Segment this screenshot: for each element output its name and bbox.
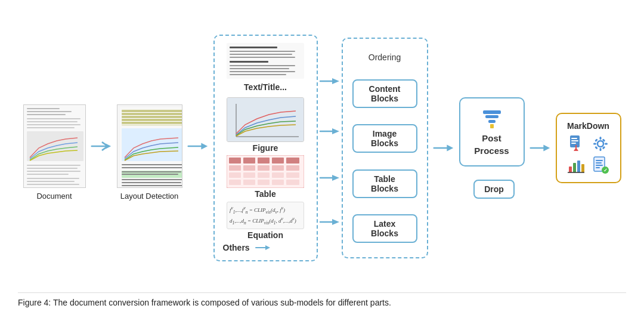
markdown-box: MarkDown <box>556 113 621 183</box>
svg-rect-7 <box>27 127 75 128</box>
drop-box: Drop <box>473 180 515 199</box>
svg-rect-20 <box>122 113 182 115</box>
center-text-title-label: Text/Title... <box>244 80 287 94</box>
figure-caption: Figure 4: The document conversion framew… <box>18 292 626 309</box>
svg-rect-42 <box>230 68 289 69</box>
svg-rect-21 <box>122 116 182 118</box>
svg-rect-97 <box>577 161 580 172</box>
svg-rect-87 <box>600 137 602 140</box>
svg-rect-58 <box>286 165 299 171</box>
svg-rect-60 <box>243 172 255 178</box>
svg-rect-1 <box>27 108 60 109</box>
svg-rect-61 <box>258 172 270 178</box>
svg-rect-62 <box>272 172 284 178</box>
svg-rect-52 <box>272 158 284 164</box>
arrow-1 <box>91 139 112 153</box>
svg-rect-38 <box>230 54 292 55</box>
center-table-label: Table <box>255 189 276 199</box>
svg-rect-14 <box>27 181 75 182</box>
arrow-3 <box>433 141 454 155</box>
svg-rect-102 <box>596 162 602 164</box>
figure-image <box>227 97 304 142</box>
svg-rect-45 <box>227 98 304 142</box>
svg-rect-56 <box>258 165 270 171</box>
svg-rect-63 <box>286 172 299 178</box>
svg-rect-9 <box>27 165 80 166</box>
svg-rect-59 <box>229 172 241 178</box>
svg-marker-74 <box>447 144 453 151</box>
arrow-4 <box>530 141 551 155</box>
post-label1: Post <box>482 133 501 143</box>
center-others-item: Others <box>223 243 308 252</box>
svg-rect-37 <box>230 51 295 52</box>
markdown-icon-1 <box>565 134 587 153</box>
svg-rect-26 <box>122 167 182 168</box>
layout-image <box>117 104 182 188</box>
svg-rect-6 <box>27 124 80 125</box>
svg-rect-40 <box>230 61 268 63</box>
latex-blocks-box: LatexBlocks <box>352 214 417 243</box>
document-label: Document <box>36 192 72 201</box>
post-process-box: Post Process <box>459 97 525 166</box>
svg-rect-31 <box>122 182 181 183</box>
svg-rect-103 <box>596 165 603 166</box>
svg-rect-81 <box>571 138 577 139</box>
svg-rect-2 <box>27 111 72 112</box>
center-others-label: Others <box>223 243 250 252</box>
post-process-section: Post Process Drop <box>459 97 525 199</box>
svg-rect-101 <box>596 160 603 161</box>
svg-rect-94 <box>595 146 598 149</box>
svg-rect-66 <box>258 180 270 185</box>
svg-marker-79 <box>543 144 550 151</box>
svg-rect-83 <box>571 143 576 144</box>
center-figure-item: Figure <box>223 97 308 153</box>
svg-rect-13 <box>27 178 79 179</box>
svg-marker-72 <box>332 175 339 181</box>
content-blocks-box: ContentBlocks <box>352 79 417 108</box>
svg-rect-98 <box>581 164 584 172</box>
svg-rect-65 <box>243 180 255 185</box>
svg-rect-15 <box>27 184 79 185</box>
svg-rect-5 <box>27 121 78 122</box>
svg-rect-76 <box>485 115 499 118</box>
svg-rect-22 <box>122 119 182 121</box>
svg-rect-29 <box>122 174 178 175</box>
svg-rect-19 <box>122 110 182 112</box>
main-container: Document <box>0 0 644 318</box>
svg-rect-91 <box>595 138 598 142</box>
svg-rect-88 <box>600 148 602 151</box>
svg-rect-78 <box>490 124 494 128</box>
svg-rect-54 <box>229 165 241 171</box>
svg-rect-104 <box>596 167 600 168</box>
svg-rect-25 <box>122 164 182 165</box>
drop-area: Drop <box>469 180 515 199</box>
markdown-icons-grid: ✓ <box>565 134 612 175</box>
image-blocks-box: ImageBlocks <box>352 124 417 153</box>
svg-rect-3 <box>27 114 66 115</box>
svg-rect-55 <box>243 165 255 171</box>
svg-rect-10 <box>27 168 78 169</box>
svg-rect-64 <box>229 180 241 185</box>
markdown-icon-4: ✓ <box>590 156 612 175</box>
svg-rect-51 <box>258 158 270 164</box>
svg-marker-69 <box>265 245 270 250</box>
arrow-2 <box>187 139 209 153</box>
svg-rect-96 <box>573 163 576 172</box>
ordering-label: Ordering <box>352 53 417 62</box>
svg-rect-12 <box>27 174 69 175</box>
svg-rect-36 <box>230 47 277 48</box>
svg-rect-50 <box>243 158 255 164</box>
svg-point-86 <box>597 141 603 147</box>
svg-rect-90 <box>605 143 608 144</box>
svg-rect-23 <box>122 122 182 124</box>
svg-marker-73 <box>332 219 339 225</box>
svg-rect-68 <box>286 180 299 185</box>
svg-rect-32 <box>122 185 182 186</box>
svg-rect-53 <box>286 158 299 164</box>
svg-rect-11 <box>27 171 80 172</box>
svg-rect-85 <box>575 145 577 149</box>
layout-label: Layout Detection <box>120 192 179 201</box>
svg-rect-28 <box>122 171 181 172</box>
svg-marker-16 <box>106 144 111 149</box>
markdown-section: MarkDown <box>556 113 621 183</box>
